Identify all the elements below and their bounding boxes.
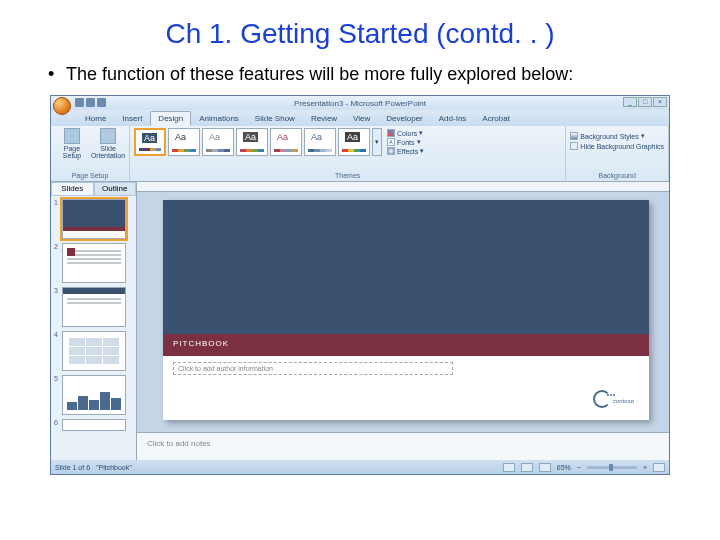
group-background: Background Styles▾ Hide Background Graph…	[566, 126, 669, 181]
slide-thumb-1[interactable]	[62, 199, 126, 239]
horizontal-ruler	[137, 182, 669, 192]
status-bar: Slide 1 of 6 "Pitchbook" 65% − +	[51, 460, 669, 474]
zoom-slider[interactable]	[587, 466, 637, 469]
zoom-level: 65%	[557, 464, 571, 471]
fit-icon[interactable]	[653, 463, 665, 472]
page-title: Ch 1. Getting Started (contd. . )	[28, 18, 692, 50]
minimize-icon[interactable]: _	[623, 97, 637, 107]
orientation-button[interactable]: Slide Orientation	[91, 128, 125, 159]
zoom-out-icon[interactable]: −	[577, 464, 581, 471]
background-icon	[570, 132, 578, 140]
window-titlebar: Presentation3 - Microsoft PowerPoint _ □…	[51, 96, 669, 110]
slide-thumb-6[interactable]	[62, 419, 126, 431]
tab-design[interactable]: Design	[150, 111, 191, 126]
group-themes: Aa Aa Aa Aa Aa Aa Aa ▾ Colors▾ AFonts▾ E…	[130, 126, 566, 181]
group-title-themes: Themes	[134, 172, 561, 179]
slides-panel: Slides Outline 1 2 3 4 5 6	[51, 182, 137, 460]
window-title: Presentation3 - Microsoft PowerPoint	[294, 99, 426, 108]
group-title-pagesetup: Page Setup	[55, 172, 125, 179]
bullet-text: The function of these features will be m…	[48, 64, 692, 85]
group-page-setup: Page Setup Slide Orientation Page Setup	[51, 126, 130, 181]
page-setup-icon	[64, 128, 80, 144]
theme-thumb[interactable]: Aa	[236, 128, 268, 156]
tab-view[interactable]: View	[345, 111, 378, 126]
tab-addins[interactable]: Add-Ins	[431, 111, 475, 126]
slideshow-view-icon[interactable]	[539, 463, 551, 472]
status-theme: "Pitchbook"	[96, 464, 132, 471]
theme-thumb[interactable]: Aa	[168, 128, 200, 156]
hide-background-checkbox[interactable]: Hide Background Graphics	[570, 142, 664, 150]
slide-top-region	[163, 200, 649, 334]
tab-animations[interactable]: Animations	[191, 111, 247, 126]
slide-thumb-4[interactable]	[62, 331, 126, 371]
quick-access-toolbar[interactable]	[75, 98, 106, 107]
theme-gallery[interactable]: Aa Aa Aa Aa Aa Aa Aa ▾	[134, 128, 382, 156]
slide-thumb-5[interactable]	[62, 375, 126, 415]
slides-tab[interactable]: Slides	[51, 182, 94, 196]
colors-button[interactable]: Colors▾	[387, 129, 424, 137]
tab-acrobat[interactable]: Acrobat	[474, 111, 518, 126]
normal-view-icon[interactable]	[503, 463, 515, 472]
background-styles-button[interactable]: Background Styles▾	[570, 132, 664, 140]
slide-title-band: PITCHBOOK	[163, 334, 649, 356]
theme-thumb[interactable]: Aa	[134, 128, 166, 156]
group-title-background: Background	[570, 172, 664, 179]
slide-thumb-3[interactable]	[62, 287, 126, 327]
tab-review[interactable]: Review	[303, 111, 345, 126]
effects-button[interactable]: Effects▾	[387, 147, 424, 155]
contoso-logo-icon: contoso	[593, 390, 639, 414]
author-placeholder[interactable]: Click to add author information	[173, 362, 453, 375]
checkbox-icon	[570, 142, 578, 150]
undo-icon[interactable]	[86, 98, 95, 107]
tab-slideshow[interactable]: Slide Show	[247, 111, 303, 126]
slide-canvas[interactable]: PITCHBOOK Click to add author informatio…	[163, 200, 649, 420]
ribbon-body: Page Setup Slide Orientation Page Setup …	[51, 126, 669, 182]
slide-counter: Slide 1 of 6	[55, 464, 90, 471]
maximize-icon[interactable]: □	[638, 97, 652, 107]
tab-insert[interactable]: Insert	[114, 111, 150, 126]
outline-tab[interactable]: Outline	[94, 182, 137, 196]
office-button-icon[interactable]	[53, 97, 71, 115]
ribbon-tabs: Home Insert Design Animations Slide Show…	[51, 110, 669, 126]
theme-thumb[interactable]: Aa	[304, 128, 336, 156]
theme-thumb[interactable]: Aa	[202, 128, 234, 156]
fonts-button[interactable]: AFonts▾	[387, 138, 424, 146]
themes-more-icon[interactable]: ▾	[372, 128, 382, 156]
save-icon[interactable]	[75, 98, 84, 107]
slide-canvas-area: PITCHBOOK Click to add author informatio…	[137, 182, 669, 432]
redo-icon[interactable]	[97, 98, 106, 107]
theme-thumb[interactable]: Aa	[270, 128, 302, 156]
zoom-in-icon[interactable]: +	[643, 464, 647, 471]
page-setup-button[interactable]: Page Setup	[55, 128, 89, 159]
slide-thumb-2[interactable]	[62, 243, 126, 283]
notes-pane[interactable]: Click to add notes	[137, 432, 669, 460]
tab-home[interactable]: Home	[77, 111, 114, 126]
orientation-icon	[100, 128, 116, 144]
sorter-view-icon[interactable]	[521, 463, 533, 472]
theme-thumb[interactable]: Aa	[338, 128, 370, 156]
tab-developer[interactable]: Developer	[378, 111, 430, 126]
close-icon[interactable]: ×	[653, 97, 667, 107]
powerpoint-screenshot: Presentation3 - Microsoft PowerPoint _ □…	[50, 95, 670, 475]
